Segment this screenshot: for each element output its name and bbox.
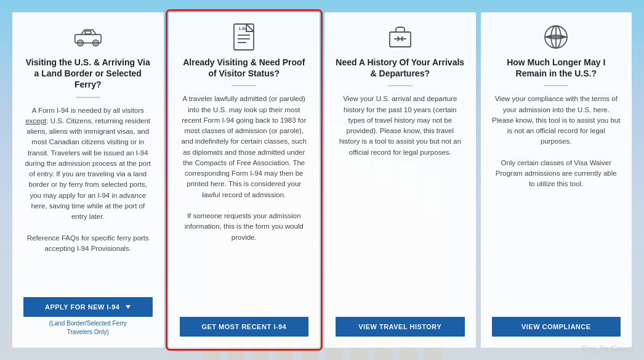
card4-title: How Much Longer May I Remain in the U.S.… <box>492 57 621 79</box>
card-compliance: How Much Longer May I Remain in the U.S.… <box>481 12 632 348</box>
card4-body: View your compliance with the terms of y… <box>492 94 621 307</box>
card-travel-history: Need A History Of Your Arrivals & Depart… <box>324 12 476 348</box>
card2-button-area: GET MOST RECENT I-94 <box>180 317 309 337</box>
dropdown-arrow-icon <box>126 305 131 309</box>
transfer-icon <box>385 25 416 49</box>
cards-container: Visiting the U.S. & Arriving Via a Land … <box>12 12 632 348</box>
get-most-recent-i94-button[interactable]: GET MOST RECENT I-94 <box>180 317 309 337</box>
card-land-border: Visiting the U.S. & Arriving Via a Land … <box>12 12 164 348</box>
car-icon <box>73 25 103 49</box>
svg-rect-11 <box>390 32 411 47</box>
globe-icon <box>541 25 571 49</box>
card1-button-subtext: (Land Border/Selected FerryTravelers Onl… <box>49 319 127 337</box>
card4-divider <box>544 85 568 86</box>
card1-title: Visiting the U.S. & Arriving Via a Land … <box>23 57 153 91</box>
svg-rect-0 <box>75 35 101 43</box>
card1-button-area: APPLY FOR NEW I-94 (Land Border/Selected… <box>23 297 153 337</box>
apply-button-label: APPLY FOR NEW I-94 <box>45 303 119 311</box>
card1-body: A Form I-94 is needed by all visitors ex… <box>23 105 153 287</box>
get-i94-button-label: GET MOST RECENT I-94 <box>201 323 286 330</box>
svg-text:I-94: I-94 <box>239 26 248 31</box>
view-compliance-button[interactable]: VIEW COMPLIANCE <box>492 317 621 337</box>
card2-title: Already Visiting & Need Proof of Visitor… <box>180 57 309 79</box>
card-visitor-status: I-94 Already Visiting & Need Proof of Vi… <box>169 12 320 348</box>
card2-body: A traveler lawfully admitted (or paroled… <box>180 94 309 307</box>
travel-history-button-label: VIEW TRAVEL HISTORY <box>358 323 441 330</box>
card3-divider <box>388 85 413 86</box>
i94-icon: I-94 <box>228 25 259 49</box>
card3-body: View your U.S. arrival and departure his… <box>336 94 465 307</box>
svg-rect-1 <box>85 31 91 34</box>
apply-new-i94-button[interactable]: APPLY FOR NEW I-94 <box>23 297 153 317</box>
watermark: Ying Jin Group <box>581 344 633 354</box>
card1-divider <box>76 97 100 98</box>
view-travel-history-button[interactable]: VIEW TRAVEL HISTORY <box>336 317 465 337</box>
card3-button-area: VIEW TRAVEL HISTORY <box>336 317 465 337</box>
card4-button-area: VIEW COMPLIANCE <box>492 317 621 337</box>
card2-divider <box>231 85 256 86</box>
compliance-button-label: VIEW COMPLIANCE <box>521 323 591 330</box>
card3-title: Need A History Of Your Arrivals & Depart… <box>336 57 465 79</box>
